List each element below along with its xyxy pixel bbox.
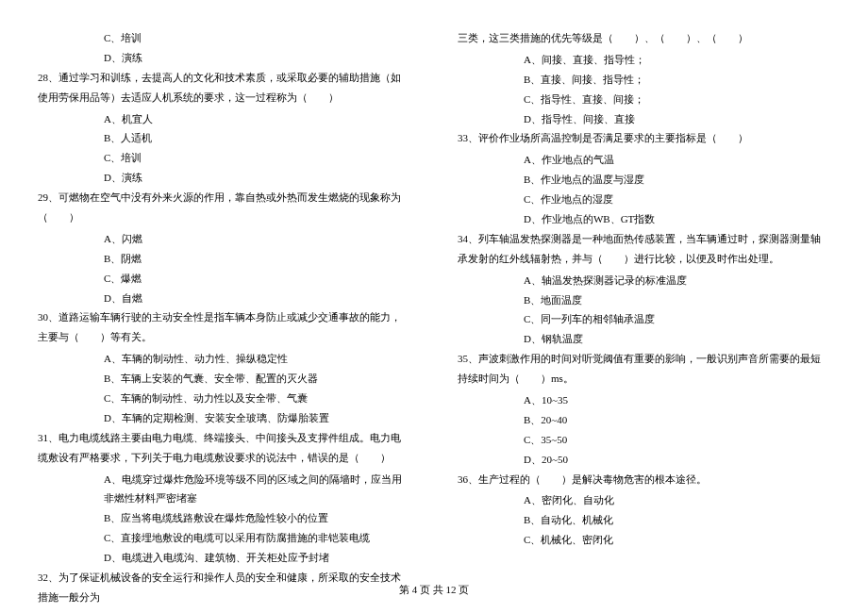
q35-option-a: A、10~35	[458, 390, 830, 410]
q33-option-b: B、作业地点的温度与湿度	[458, 170, 830, 190]
q28-option-a: A、机宜人	[38, 109, 410, 129]
q29-option-a: A、闪燃	[38, 229, 410, 249]
left-column: C、培训 D、演练 28、通过学习和训练，去提高人的文化和技术素质，或采取必要的…	[38, 28, 410, 609]
q36-option-a: A、密闭化、自动化	[458, 490, 830, 510]
right-column: 三类，这三类措施的优先等级是（ ）、（ ）、（ ） A、间接、直接、指导性； B…	[458, 28, 830, 609]
q33-option-d: D、作业地点的WB、GT指数	[458, 209, 830, 229]
q36-option-b: B、自动化、机械化	[458, 510, 830, 530]
q27-option-d: D、演练	[38, 48, 410, 68]
q35-text: 35、声波刺激作用的时间对听觉阈值有重要的影响，一般识别声音所需要的最短持续时间…	[458, 349, 830, 389]
q32-option-b: B、直接、间接、指导性；	[458, 70, 830, 90]
q35-option-c: C、35~50	[458, 430, 830, 450]
q30-option-a: A、车辆的制动性、动力性、操纵稳定性	[38, 349, 410, 369]
q30-option-d: D、车辆的定期检测、安装安全玻璃、防爆胎装置	[38, 408, 410, 428]
q30-option-c: C、车辆的制动性、动力性以及安全带、气囊	[38, 389, 410, 408]
q34-option-d: D、钢轨温度	[458, 329, 830, 349]
q30-option-b: B、车辆上安装的气囊、安全带、配置的灭火器	[38, 369, 410, 389]
q31-option-a: A、电缆穿过爆炸危险环境等级不同的区域之间的隔墙时，应当用非燃性材料严密堵塞	[38, 470, 410, 509]
q28-option-b: B、人适机	[38, 128, 410, 148]
q29-text: 29、可燃物在空气中没有外来火源的作用，靠自热或外热而发生燃烧的现象称为（ ）	[38, 188, 410, 227]
q32-cont-text: 三类，这三类措施的优先等级是（ ）、（ ）、（ ）	[458, 28, 830, 48]
q35-option-d: D、20~50	[458, 450, 830, 470]
q34-option-b: B、地面温度	[458, 290, 830, 310]
q36-option-c: C、机械化、密闭化	[458, 530, 830, 550]
q33-text: 33、评价作业场所高温控制是否满足要求的主要指标是（ ）	[458, 128, 830, 148]
q32-option-d: D、指导性、间接、直接	[458, 109, 830, 129]
page-footer: 第 4 页 共 12 页	[0, 580, 868, 600]
q34-option-c: C、同一列车的相邻轴承温度	[458, 309, 830, 329]
q29-option-d: D、自燃	[38, 289, 410, 308]
q31-option-c: C、直接埋地敷设的电缆可以采用有防腐措施的非铠装电缆	[38, 528, 410, 548]
q28-option-d: D、演练	[38, 168, 410, 188]
q28-option-c: C、培训	[38, 148, 410, 168]
q34-option-a: A、轴温发热探测器记录的标准温度	[458, 271, 830, 290]
q33-option-a: A、作业地点的气温	[458, 150, 830, 170]
q34-text: 34、列车轴温发热探测器是一种地面热传感装置，当车辆通过时，探测器测量轴承发射的…	[458, 229, 830, 269]
q29-option-b: B、阴燃	[38, 249, 410, 269]
q27-option-c: C、培训	[38, 28, 410, 48]
q33-option-c: C、作业地点的湿度	[458, 190, 830, 209]
q30-text: 30、道路运输车辆行驶的主动安全性是指车辆本身防止或减少交通事故的能力，主要与（…	[38, 307, 410, 347]
q31-text: 31、电力电缆线路主要由电力电缆、终端接头、中间接头及支撑件组成。电力电缆敷设有…	[38, 428, 410, 468]
q31-option-d: D、电缆进入电缆沟、建筑物、开关柜处应予封堵	[38, 548, 410, 568]
q35-option-b: B、20~40	[458, 410, 830, 430]
q32-option-c: C、指导性、直接、间接；	[458, 90, 830, 109]
q36-text: 36、生产过程的（ ）是解决毒物危害的根本途径。	[458, 470, 830, 489]
q32-option-a: A、间接、直接、指导性；	[458, 50, 830, 70]
document-columns: C、培训 D、演练 28、通过学习和训练，去提高人的文化和技术素质，或采取必要的…	[38, 28, 830, 609]
q28-text: 28、通过学习和训练，去提高人的文化和技术素质，或采取必要的辅助措施（如使用劳保…	[38, 68, 410, 108]
q31-option-b: B、应当将电缆线路敷设在爆炸危险性较小的位置	[38, 508, 410, 528]
q29-option-c: C、爆燃	[38, 269, 410, 289]
